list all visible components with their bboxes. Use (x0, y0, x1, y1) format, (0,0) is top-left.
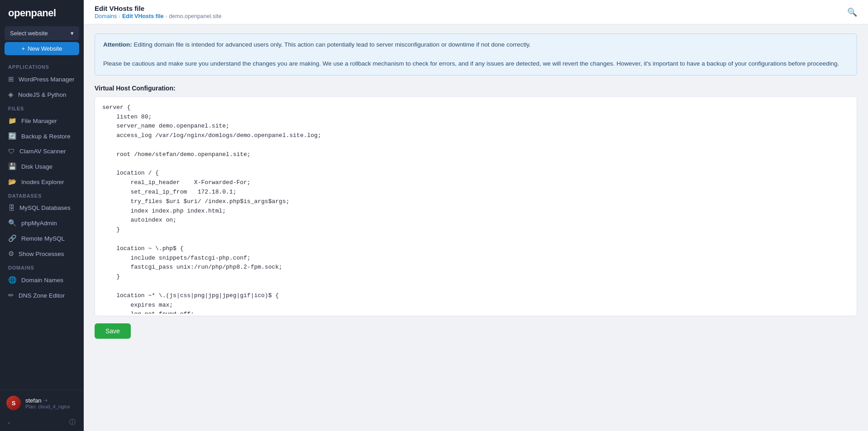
sidebar-item-label: File Manager (21, 118, 57, 124)
page-header: Edit VHosts file Domains › Edit VHosts f… (84, 0, 868, 24)
sidebar-item-label: phpMyAdmin (21, 220, 57, 227)
sidebar-item-backup[interactable]: 🔄 Backup & Restore (0, 128, 84, 144)
sidebar-item-phpmyadmin[interactable]: 🔍 phpMyAdmin (0, 215, 84, 231)
username: stefan ⇢ (25, 397, 77, 404)
sidebar-item-clamav[interactable]: 🛡 ClamAV Scanner (0, 144, 84, 159)
folder-icon: 📁 (8, 117, 17, 125)
section-label-domains: Domains (0, 261, 84, 272)
sidebar-item-label: NodeJS & Python (18, 91, 67, 98)
content-area: Attention: Editing domain file is intend… (84, 24, 868, 431)
sidebar-item-domain-names[interactable]: 🌐 Domain Names (0, 272, 84, 288)
search-icon[interactable]: 🔍 (847, 7, 857, 17)
sidebar-item-mysql[interactable]: 🗄 MySQL Databases (0, 200, 84, 215)
alert-line2: Please be cautious and make sure you und… (103, 60, 839, 67)
avatar: S (6, 396, 21, 410)
globe-icon: 🌐 (8, 276, 17, 284)
sidebar-item-remote-mysql[interactable]: 🔗 Remote MySQL (0, 231, 84, 246)
sidebar-item-label: Remote MySQL (21, 235, 65, 242)
alert-line1: Editing domain file is intended for adva… (134, 41, 531, 48)
alert-banner: Attention: Editing domain file is intend… (95, 33, 857, 76)
sidebar: openpanel Select website ▾ + New Website… (0, 0, 84, 431)
select-website-dropdown[interactable]: Select website ▾ (5, 26, 79, 40)
inodes-icon: 📂 (8, 178, 17, 186)
editor-section-title: Virtual Host Configuration: (95, 85, 857, 92)
sidebar-item-label: WordPress Manager (19, 76, 75, 83)
sidebar-item-label: Disk Usage (21, 163, 52, 170)
section-label-files: Files (0, 102, 84, 113)
remote-db-icon: 🔗 (8, 234, 17, 242)
sidebar-item-label: Backup & Restore (21, 133, 71, 140)
phpmyadmin-icon: 🔍 (8, 219, 17, 227)
plus-icon: + (22, 45, 25, 52)
new-website-button[interactable]: + New Website (5, 42, 79, 55)
breadcrumb-sep-1: › (119, 14, 120, 19)
sidebar-item-dns-zone[interactable]: ✏ DNS Zone Editor (0, 288, 84, 303)
shield-icon: 🛡 (8, 147, 15, 155)
disk-icon: 💾 (8, 162, 17, 171)
breadcrumb-sep-2: › (166, 14, 167, 19)
breadcrumb-edit-vhosts[interactable]: Edit VHosts file (122, 13, 164, 19)
sidebar-item-label: MySQL Databases (19, 204, 71, 211)
page-title: Edit VHosts file (95, 5, 221, 12)
nodejs-icon: ◈ (8, 90, 14, 99)
backup-icon: 🔄 (8, 132, 17, 140)
sidebar-item-disk-usage[interactable]: 💾 Disk Usage (0, 159, 84, 174)
main-content: Edit VHosts file Domains › Edit VHosts f… (84, 0, 868, 431)
sidebar-item-label: Domain Names (21, 277, 63, 284)
vhost-editor-wrapper: server { listen 80; server_name demo.ope… (95, 96, 857, 316)
user-plan: Plan: cloud_4_nginx (25, 404, 77, 409)
breadcrumb-domains[interactable]: Domains (95, 13, 117, 19)
sidebar-item-show-processes[interactable]: ⚙ Show Processes (0, 246, 84, 261)
app-logo: openpanel (0, 0, 84, 26)
save-button[interactable]: Save (95, 323, 131, 339)
select-website-label: Select website (10, 30, 48, 37)
breadcrumb: Domains › Edit VHosts file › demo.openpa… (95, 13, 221, 19)
wordpress-icon: ⊞ (8, 75, 14, 83)
sidebar-item-label: ClamAV Scanner (19, 148, 66, 155)
logout-icon[interactable]: ⇢ (43, 397, 48, 403)
sidebar-item-nodejs[interactable]: ◈ NodeJS & Python (0, 87, 84, 102)
database-icon: 🗄 (8, 204, 15, 212)
dns-icon: ✏ (8, 291, 14, 299)
sidebar-item-label: Show Processes (19, 251, 64, 257)
chevron-down-icon: ▾ (71, 30, 74, 37)
sidebar-footer: ‹ ⓘ (0, 416, 84, 431)
alert-bold: Attention: (103, 41, 132, 48)
sidebar-item-wordpress[interactable]: ⊞ WordPress Manager (0, 71, 84, 87)
new-website-label: New Website (28, 45, 62, 52)
vhost-editor[interactable]: server { listen 80; server_name demo.ope… (95, 97, 857, 314)
breadcrumb-domain: demo.openpanel.site (169, 13, 221, 19)
processes-icon: ⚙ (8, 250, 14, 258)
sidebar-item-inodes[interactable]: 📂 Inodes Explorer (0, 174, 84, 189)
user-area: S stefan ⇢ Plan: cloud_4_nginx (0, 390, 84, 416)
sidebar-item-label: Inodes Explorer (21, 179, 64, 185)
section-label-databases: Databases (0, 189, 84, 200)
section-label-applications: Applications (0, 61, 84, 71)
sidebar-collapse-button[interactable]: ‹ (8, 419, 10, 426)
sidebar-item-file-manager[interactable]: 📁 File Manager (0, 113, 84, 128)
sidebar-item-label: DNS Zone Editor (19, 292, 65, 299)
help-icon[interactable]: ⓘ (69, 418, 76, 426)
